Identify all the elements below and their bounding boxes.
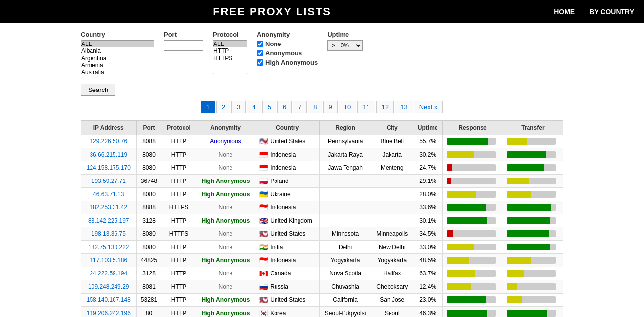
cell-protocol: HTTP bbox=[162, 214, 196, 227]
country-name: United States bbox=[270, 230, 305, 237]
cell-response bbox=[442, 201, 503, 214]
ip-link[interactable]: 193.59.27.71 bbox=[92, 178, 126, 184]
protocol-label: Protocol bbox=[213, 31, 247, 38]
transfer-bar bbox=[507, 283, 556, 290]
page-8[interactable]: 8 bbox=[308, 101, 322, 113]
search-button[interactable]: Search bbox=[81, 84, 115, 96]
cell-city bbox=[371, 214, 413, 227]
nav-by-country[interactable]: BY COUNTRY bbox=[589, 8, 634, 16]
table-row: 109.248.249.29 8081 HTTP None 🇷🇺 Russia … bbox=[81, 280, 563, 294]
table-row: 24.222.59.194 3128 HTTP None 🇨🇦 Canada N… bbox=[81, 267, 563, 280]
cell-transfer bbox=[503, 135, 563, 148]
page-11[interactable]: 11 bbox=[357, 101, 375, 113]
cell-response bbox=[442, 280, 503, 294]
transfer-bar-fill bbox=[507, 138, 527, 145]
none-checkbox[interactable] bbox=[257, 41, 263, 47]
cell-port: 8080 bbox=[136, 241, 162, 254]
flag-icon: 🇨🇦 bbox=[259, 270, 268, 277]
cell-country: 🇮🇩 Indonesia bbox=[255, 161, 320, 175]
cell-response bbox=[442, 267, 503, 280]
page-1[interactable]: 1 bbox=[201, 101, 215, 113]
ip-link[interactable]: 117.103.5.186 bbox=[90, 257, 127, 264]
cell-transfer bbox=[503, 267, 563, 280]
high-anon-checkbox[interactable] bbox=[257, 59, 263, 66]
ip-link[interactable]: 109.248.249.29 bbox=[88, 283, 129, 290]
protocol-select[interactable]: ALL HTTP HTTPS bbox=[213, 40, 247, 74]
cell-uptime: 46.3% bbox=[413, 307, 443, 317]
transfer-bar bbox=[507, 310, 556, 317]
high-anon-checkbox-label[interactable]: High Anonymous bbox=[257, 59, 318, 66]
country-select[interactable]: ALL Albania Argentina Armenia Australia bbox=[81, 40, 154, 74]
ip-link[interactable]: 158.140.167.148 bbox=[87, 296, 131, 303]
ip-link[interactable]: 129.226.50.76 bbox=[90, 138, 127, 145]
response-bar bbox=[447, 217, 496, 224]
cell-response bbox=[442, 254, 503, 267]
anonymous-checkbox-label[interactable]: Anonymous bbox=[257, 49, 318, 57]
cell-port: 8080 bbox=[136, 227, 162, 241]
page-5[interactable]: 5 bbox=[262, 101, 276, 113]
table-row: 117.103.5.186 44825 HTTP High Anonymous … bbox=[81, 254, 563, 267]
page-9[interactable]: 9 bbox=[323, 101, 338, 113]
ip-link[interactable]: 182.75.130.222 bbox=[88, 244, 129, 250]
ip-link[interactable]: 182.253.31.42 bbox=[90, 204, 127, 211]
uptime-select[interactable]: >= 0% >= 10% >= 20% >= 50% >= 80% bbox=[327, 40, 363, 51]
ip-link[interactable]: 24.222.59.194 bbox=[90, 270, 127, 277]
cell-transfer bbox=[503, 175, 563, 188]
table-row: 158.140.167.148 53281 HTTP High Anonymou… bbox=[81, 294, 563, 307]
page-12[interactable]: 12 bbox=[376, 101, 394, 113]
anonymity-checkboxes: None Anonymous High Anonymous bbox=[257, 40, 318, 66]
cell-city: Seoul bbox=[371, 307, 413, 317]
uptime-filter: Uptime >= 0% >= 10% >= 20% >= 50% >= 80% bbox=[327, 31, 363, 51]
ip-link[interactable]: 46.63.71.13 bbox=[93, 191, 124, 198]
col-country: Country bbox=[255, 121, 320, 135]
ip-link[interactable]: 198.13.36.75 bbox=[92, 230, 126, 237]
none-checkbox-label[interactable]: None bbox=[257, 40, 318, 47]
page-13[interactable]: 13 bbox=[395, 101, 413, 113]
port-input[interactable] bbox=[164, 40, 203, 51]
anonymous-checkbox[interactable] bbox=[257, 50, 263, 56]
response-bar-fill bbox=[447, 138, 488, 145]
main-nav: HOME BY COUNTRY bbox=[554, 8, 634, 16]
nav-home[interactable]: HOME bbox=[554, 8, 575, 16]
transfer-bar-fill bbox=[507, 296, 522, 303]
page-2[interactable]: 2 bbox=[216, 101, 230, 113]
cell-response bbox=[442, 241, 503, 254]
next-button[interactable]: Next » bbox=[414, 101, 443, 113]
cell-region: California bbox=[320, 294, 371, 307]
page-3[interactable]: 3 bbox=[231, 101, 246, 113]
page-4[interactable]: 4 bbox=[247, 101, 261, 113]
cell-port: 3128 bbox=[136, 267, 162, 280]
ip-link[interactable]: 36.66.215.119 bbox=[90, 151, 127, 158]
cell-anonymity: None bbox=[196, 161, 255, 175]
flag-icon: 🇬🇧 bbox=[259, 217, 268, 225]
ip-link[interactable]: 119.206.242.196 bbox=[87, 310, 131, 317]
response-bar bbox=[447, 204, 496, 211]
cell-city: Menteng bbox=[371, 161, 413, 175]
flag-icon: 🇵🇱 bbox=[259, 177, 268, 185]
col-response: Response bbox=[442, 121, 503, 135]
transfer-bar-fill bbox=[507, 310, 547, 317]
anonymity-label: Anonymity bbox=[257, 31, 318, 38]
cell-city: Cheboksary bbox=[371, 280, 413, 294]
cell-transfer bbox=[503, 161, 563, 175]
page-6[interactable]: 6 bbox=[277, 101, 292, 113]
transfer-bar bbox=[507, 151, 556, 158]
response-bar bbox=[447, 283, 496, 290]
cell-city bbox=[371, 201, 413, 214]
page-10[interactable]: 10 bbox=[339, 101, 356, 113]
response-bar bbox=[447, 257, 496, 264]
cell-ip: 182.75.130.222 bbox=[81, 241, 137, 254]
transfer-bar bbox=[507, 270, 556, 277]
cell-anonymity: None bbox=[196, 227, 255, 241]
header: FREE PROXY LISTS HOME BY COUNTRY bbox=[0, 0, 644, 23]
cell-country: 🇰🇷 Korea bbox=[255, 307, 320, 317]
cell-port: 8088 bbox=[136, 135, 162, 148]
cell-country: 🇵🇱 Poland bbox=[255, 175, 320, 188]
cell-region: Jakarta Raya bbox=[320, 148, 371, 161]
response-bar bbox=[447, 244, 496, 250]
ip-link[interactable]: 83.142.225.197 bbox=[88, 217, 129, 224]
response-bar bbox=[447, 164, 496, 171]
cell-protocol: HTTP bbox=[162, 254, 196, 267]
ip-link[interactable]: 124.158.175.170 bbox=[87, 164, 131, 171]
page-7[interactable]: 7 bbox=[293, 101, 307, 113]
